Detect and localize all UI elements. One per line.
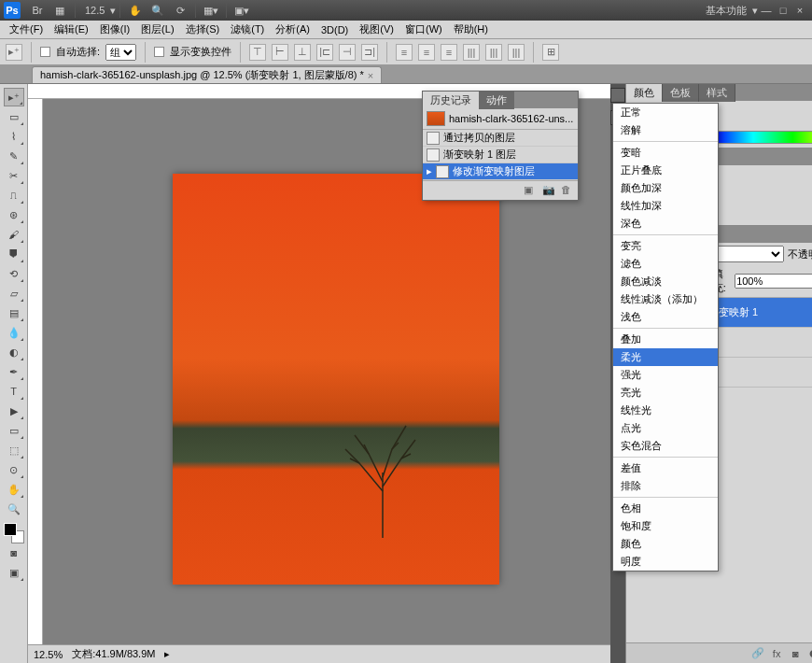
show-transform-checkbox[interactable] <box>154 47 164 57</box>
menu-window[interactable]: 窗口(W) <box>399 21 448 38</box>
menu-3d[interactable]: 3D(D) <box>315 22 354 37</box>
history-item[interactable]: 渐变映射 1 图层 <box>423 147 578 163</box>
hand-icon[interactable]: ✋ <box>125 2 146 19</box>
layer-style-icon[interactable]: fx <box>770 647 783 660</box>
menu-file[interactable]: 文件(F) <box>4 21 49 38</box>
status-doc-size[interactable]: 文档:41.9M/83.9M <box>72 647 155 661</box>
auto-select-checkbox[interactable] <box>40 47 50 57</box>
blend-mode-option[interactable]: 饱和度 <box>613 517 718 535</box>
new-snapshot-icon[interactable]: 📷 <box>542 184 555 197</box>
distribute-left-icon[interactable]: ||| <box>463 44 480 61</box>
dodge-tool[interactable]: ◐ <box>4 343 24 361</box>
menu-layer[interactable]: 图层(L) <box>135 21 179 38</box>
quick-select-tool[interactable]: ✎ <box>4 147 24 165</box>
auto-select-dropdown[interactable]: 组 <box>105 44 136 61</box>
tab-styles[interactable]: 样式 <box>699 84 735 102</box>
blend-mode-option[interactable]: 颜色加深 <box>613 179 718 197</box>
blend-mode-option[interactable]: 差值 <box>613 459 718 477</box>
distribute-right-icon[interactable]: ||| <box>508 44 525 61</box>
blend-mode-option[interactable]: 深色 <box>613 215 718 233</box>
tab-swatches[interactable]: 色板 <box>663 84 699 102</box>
layer-mask-icon[interactable]: ◙ <box>789 647 802 660</box>
blend-mode-option[interactable]: 亮光 <box>613 384 718 402</box>
menu-edit[interactable]: 编辑(E) <box>49 21 94 38</box>
tab-actions[interactable]: 动作 <box>479 92 514 109</box>
arrange-icon[interactable]: ▦▾ <box>201 2 221 19</box>
blend-mode-option[interactable]: 正常 <box>613 104 718 121</box>
blend-mode-option[interactable]: 柔光 <box>613 348 718 366</box>
blend-mode-option[interactable]: 线性加深 <box>613 197 718 215</box>
close-tab-icon[interactable]: × <box>368 70 373 81</box>
blend-mode-option[interactable]: 颜色 <box>613 535 718 553</box>
auto-align-icon[interactable]: ⊞ <box>542 44 559 61</box>
menu-analysis[interactable]: 分析(A) <box>270 21 315 38</box>
blend-mode-option[interactable]: 线性光 <box>613 402 718 419</box>
canvas[interactable] <box>173 174 499 585</box>
minimize-button[interactable]: — <box>758 5 775 16</box>
zoom-icon[interactable]: 🔍 <box>147 2 168 19</box>
crop-tool[interactable]: ✂ <box>4 166 24 185</box>
adjustment-layer-icon[interactable]: ◐ <box>807 647 812 660</box>
eraser-tool[interactable]: ▱ <box>4 284 24 303</box>
snapshot-from-state-icon[interactable]: ▣ <box>524 184 537 197</box>
menu-select[interactable]: 选择(S) <box>180 21 226 38</box>
pen-tool[interactable]: ✒ <box>4 362 24 381</box>
blend-mode-option[interactable]: 溶解 <box>613 121 718 139</box>
close-button[interactable]: × <box>791 5 808 16</box>
blend-mode-option[interactable]: 色相 <box>613 500 718 517</box>
eyedropper-tool[interactable]: ⎍ <box>4 186 24 205</box>
path-select-tool[interactable]: ▶ <box>4 402 24 420</box>
align-hcenter-icon[interactable]: ⊣ <box>339 44 356 61</box>
menu-view[interactable]: 视图(V) <box>354 21 399 38</box>
3d-camera-tool[interactable]: ⊙ <box>4 460 24 479</box>
align-right-icon[interactable]: ⊐| <box>361 44 378 61</box>
blend-mode-option[interactable]: 强光 <box>613 366 718 384</box>
status-chevron-icon[interactable]: ▸ <box>164 648 170 660</box>
align-top-icon[interactable]: ⊤ <box>249 44 266 61</box>
menu-help[interactable]: 帮助(H) <box>448 21 494 38</box>
history-brush-tool[interactable]: ⟲ <box>4 264 24 283</box>
distribute-top-icon[interactable]: ≡ <box>396 44 413 61</box>
hand-tool[interactable]: ✋ <box>4 480 24 499</box>
brush-tool[interactable]: 🖌 <box>4 225 24 244</box>
blend-mode-option[interactable]: 线性减淡（添加） <box>613 290 718 308</box>
align-vcenter-icon[interactable]: ⊢ <box>272 44 288 61</box>
blend-mode-option[interactable]: 点光 <box>613 419 718 437</box>
menu-filter[interactable]: 滤镜(T) <box>225 21 270 38</box>
menu-image[interactable]: 图像(I) <box>94 21 135 38</box>
align-left-icon[interactable]: |⊏ <box>316 44 333 61</box>
blend-mode-option[interactable]: 排除 <box>613 477 718 495</box>
screen-mode-tool[interactable]: ▣ <box>4 563 24 582</box>
blend-mode-option[interactable]: 实色混合 <box>613 437 718 455</box>
maximize-button[interactable]: □ <box>775 5 791 16</box>
distribute-hcenter-icon[interactable]: ||| <box>485 44 502 61</box>
history-item[interactable]: 通过拷贝的图层 <box>423 130 578 147</box>
delete-state-icon[interactable]: 🗑 <box>561 184 574 197</box>
mini-bridge-icon[interactable]: ▦ <box>49 2 70 19</box>
healing-tool[interactable]: ⊛ <box>4 205 24 224</box>
move-tool[interactable]: ▸⁺ <box>4 88 24 106</box>
quick-mask-icon[interactable]: ◙ <box>4 543 24 562</box>
history-source[interactable]: hamish-clark-365162-uns... <box>423 108 578 130</box>
lasso-tool[interactable]: ⌇ <box>4 127 24 146</box>
type-tool[interactable]: T <box>4 382 24 401</box>
status-zoom[interactable]: 12.5% <box>34 649 63 660</box>
blend-mode-option[interactable]: 浅色 <box>613 308 718 326</box>
foreground-color-swatch[interactable] <box>4 523 17 536</box>
blur-tool[interactable]: 💧 <box>4 323 24 342</box>
zoom-tool[interactable]: 🔍 <box>4 500 24 518</box>
gradient-tool[interactable]: ▤ <box>4 303 24 322</box>
shape-tool[interactable]: ▭ <box>4 421 24 440</box>
stamp-tool[interactable]: ⛊ <box>4 245 24 263</box>
move-tool-preset-icon[interactable]: ▸⁺ <box>6 44 22 61</box>
marquee-tool[interactable]: ▭ <box>4 107 24 126</box>
link-layers-icon[interactable]: 🔗 <box>751 647 764 660</box>
color-swatches[interactable] <box>4 523 24 543</box>
history-item[interactable]: ▸ 修改渐变映射图层 <box>423 163 578 180</box>
blend-mode-option[interactable]: 正片叠底 <box>613 162 718 179</box>
blend-mode-option[interactable]: 变暗 <box>613 144 718 162</box>
blend-mode-option[interactable]: 明度 <box>613 553 718 571</box>
align-bottom-icon[interactable]: ⊥ <box>294 44 311 61</box>
blend-mode-option[interactable]: 颜色减淡 <box>613 273 718 290</box>
blend-mode-option[interactable]: 变亮 <box>613 237 718 255</box>
